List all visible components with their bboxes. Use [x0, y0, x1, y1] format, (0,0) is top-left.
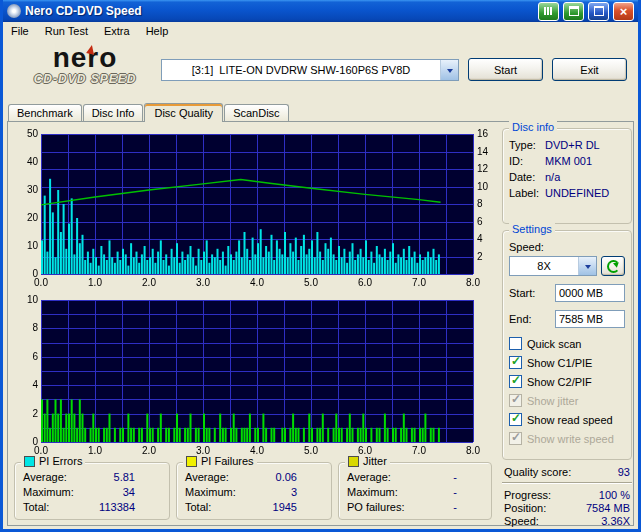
pi-failures-stats-group: PI Failures Average:0.06 Maximum:3 Total… — [176, 462, 332, 520]
quality-score-value: 93 — [618, 466, 630, 478]
pi-errors-color-swatch — [24, 456, 35, 467]
settings-checkboxes: Quick scan✓Show C1/PIE✓Show C2/PIF✓Show … — [503, 337, 631, 445]
disc-info-title: Disc info — [509, 121, 557, 133]
disc-label-label: Label: — [509, 187, 545, 199]
pi-errors-stats-title: PI Errors — [39, 455, 82, 467]
total-label: Total: — [185, 501, 211, 513]
checkbox-quick-scan[interactable]: Quick scan — [509, 337, 625, 350]
menu-file[interactable]: File — [3, 23, 37, 39]
start-position-input[interactable] — [555, 284, 625, 302]
disc-id-label: ID: — [509, 155, 545, 167]
disc-date-label: Date: — [509, 171, 545, 183]
total-value: 113384 — [99, 501, 135, 513]
pi-errors-stats-group: PI Errors Average:5.81 Maximum:34 Total:… — [14, 462, 170, 520]
separator — [502, 482, 632, 484]
pi-errors-stats-legend: PI Errors — [21, 455, 85, 467]
checkbox-show-write-speed: ✓Show write speed — [509, 432, 625, 445]
menu-help[interactable]: Help — [138, 23, 177, 39]
total-label: Total: — [23, 501, 49, 513]
check-icon: ✓ — [511, 412, 521, 425]
average-value: 0.06 — [276, 471, 297, 483]
checkbox-box[interactable]: ✓ — [509, 375, 522, 388]
down-triangle-icon — [585, 265, 591, 272]
checkbox-box[interactable]: ✓ — [509, 413, 522, 426]
tab-benchmark[interactable]: Benchmark — [8, 104, 82, 121]
speed-status-row: Speed: 3.36X — [502, 515, 632, 527]
speed-dropdown-arrow-icon[interactable] — [578, 257, 596, 275]
average-label: Average: — [347, 471, 391, 483]
checkbox-show-read-speed[interactable]: ✓Show read speed — [509, 413, 625, 426]
start-position-label: Start: — [509, 287, 535, 299]
menu-extra[interactable]: Extra — [96, 23, 138, 39]
average-label: Average: — [185, 471, 229, 483]
minimize-button[interactable] — [588, 2, 609, 21]
disc-type-label: Type: — [509, 139, 545, 151]
end-position-input[interactable] — [555, 310, 625, 328]
tab-disc-info[interactable]: Disc Info — [83, 104, 144, 121]
tab-disc-quality[interactable]: Disc Quality — [144, 103, 223, 122]
speed-selector-value: 8X — [510, 257, 578, 275]
stat-row: Average:0.06 — [185, 471, 297, 483]
disc-quality-panel: Disc info Type: DVD+R DL ID: MKM 001 Dat… — [7, 121, 634, 526]
tab-scandisc[interactable]: ScanDisc — [224, 104, 288, 121]
titlebar[interactable]: Nero CD-DVD Speed × — [3, 0, 638, 22]
drive-selector-value: [3:1] LITE-ON DVDRW SHW-160P6S PV8D — [162, 60, 440, 80]
disc-info-group: Disc info Type: DVD+R DL ID: MKM 001 Dat… — [502, 128, 632, 224]
disc-label-row: Label: UNDEFINED — [509, 187, 625, 199]
position-label: Position: — [504, 502, 546, 514]
check-icon: ✓ — [511, 393, 521, 406]
maximum-value: 3 — [291, 486, 297, 498]
check-icon: ✓ — [511, 431, 521, 444]
total-value: 1945 — [273, 501, 297, 513]
checkbox-show-c2-pif[interactable]: ✓Show C2/PIF — [509, 375, 625, 388]
maximum-value: 34 — [123, 486, 135, 498]
status-panel: Progress: 100 % Position: 7584 MB Speed:… — [502, 488, 632, 527]
stat-row: Average:5.81 — [23, 471, 135, 483]
drive-selector[interactable]: [3:1] LITE-ON DVDRW SHW-160P6S PV8D — [161, 59, 459, 81]
chart-window-button[interactable] — [538, 2, 559, 21]
dropdown-arrow-icon[interactable] — [440, 60, 458, 80]
close-icon: × — [620, 5, 628, 18]
window-title: Nero CD-DVD Speed — [25, 4, 534, 18]
speed-label: Speed: — [509, 241, 625, 253]
app-window: Nero CD-DVD Speed × File Run Test Extra … — [0, 0, 641, 532]
end-position-label: End: — [509, 313, 532, 325]
menu-run-test[interactable]: Run Test — [37, 23, 96, 39]
speed-selector[interactable]: 8X — [509, 256, 597, 276]
bar-chart-icon — [544, 7, 553, 15]
checkbox-box[interactable]: ✓ — [509, 356, 522, 369]
jitter-stats-title: Jitter — [363, 455, 387, 467]
speed-status-label: Speed: — [504, 515, 539, 527]
refresh-button[interactable] — [601, 256, 625, 276]
maximum-label: Maximum: — [23, 486, 74, 498]
minimize-icon — [594, 6, 604, 16]
position-value: 7584 MB — [586, 502, 630, 514]
disc-type-value: DVD+R DL — [545, 139, 600, 151]
start-button[interactable]: Start — [468, 58, 543, 81]
pi-failures-stats-legend: PI Failures — [183, 455, 257, 467]
progress-label: Progress: — [504, 489, 551, 501]
close-button[interactable]: × — [613, 2, 634, 21]
pi-failures-color-swatch — [186, 456, 197, 467]
po-failures-label: PO failures: — [347, 501, 404, 513]
disc-type-row: Type: DVD+R DL — [509, 139, 625, 151]
stat-row: Maximum:- — [347, 486, 457, 498]
settings-title: Settings — [509, 223, 555, 235]
menubar: File Run Test Extra Help — [3, 22, 638, 40]
maximum-label: Maximum: — [185, 486, 236, 498]
pi-failures-chart — [13, 294, 499, 460]
jitter-color-swatch — [348, 456, 359, 467]
start-position-row: Start: — [509, 284, 625, 302]
stat-row: Maximum:34 — [23, 486, 135, 498]
checkbox-show-c1-pie[interactable]: ✓Show C1/PIE — [509, 356, 625, 369]
checkbox-box[interactable] — [509, 337, 522, 350]
check-icon: ✓ — [511, 355, 521, 368]
quality-score: Quality score: 93 — [502, 466, 632, 478]
save-window-button[interactable] — [563, 2, 584, 21]
checkbox-label: Show read speed — [527, 414, 613, 426]
quality-score-label: Quality score: — [504, 466, 571, 478]
po-failures-value: - — [453, 501, 457, 513]
exit-button[interactable]: Exit — [552, 58, 627, 81]
stat-row: Total:113384 — [23, 501, 135, 513]
nero-logo: nero CD-DVD SPEED — [11, 44, 159, 86]
